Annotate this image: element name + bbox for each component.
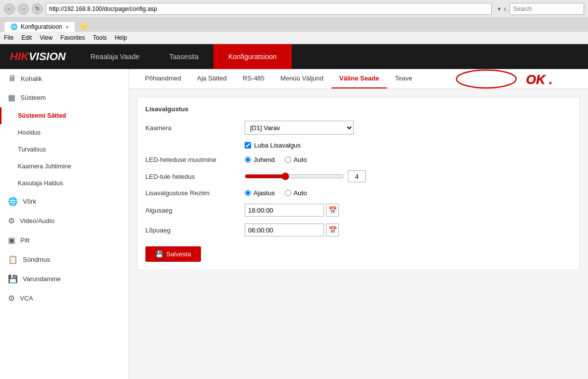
mode-option-auto-label: Auto [294, 189, 307, 197]
save-label: Salvesta [166, 250, 191, 258]
tab-pohiandmed[interactable]: Põhiandmed [137, 69, 189, 88]
browser-tab[interactable]: 🌐 Konfiguratsioon ✕ [4, 21, 75, 32]
sidebar-item-sundmus[interactable]: 📋 Sündmus [0, 250, 129, 269]
start-time-calendar-button[interactable]: 📅 [326, 204, 339, 217]
save-button[interactable]: 💾 Salvesta [145, 246, 201, 262]
mode-option-auto[interactable]: Auto [285, 189, 307, 197]
led-option-auto-label: Auto [294, 156, 307, 163]
sidebar-item-kasutaja-haldus[interactable]: Kasutaja Haldus [0, 175, 129, 192]
sidebar-item-vca[interactable]: ⚙ VCA [0, 289, 129, 308]
camera-label: Kaamera [145, 124, 245, 132]
address-bar[interactable] [46, 3, 492, 15]
form-row-start-time: Algusaeg 📅 [145, 204, 572, 217]
menu-view[interactable]: View [40, 34, 53, 41]
reziim-label: Lisavalgustuse Reziim [145, 189, 245, 197]
led-brightness-slider[interactable] [245, 172, 344, 180]
enable-checkbox[interactable] [245, 142, 251, 149]
app-header: HIK VISION Reaalaja Vaade Taasesita Konf… [0, 44, 588, 69]
led-brightness-control: 4 [245, 170, 366, 182]
backup-icon: 💾 [8, 274, 18, 284]
sidebar: 🖥 Kohalik ▦ Süsteem Süsteemi Sätted Hool… [0, 69, 129, 379]
sidebar-label-varundamine: Varundamine [23, 275, 61, 283]
sidebar-item-susteem[interactable]: ▦ Süsteem [0, 88, 129, 107]
sidebar-label-kasutaja-haldus: Kasutaja Haldus [18, 180, 63, 187]
image-icon: ▣ [8, 235, 15, 245]
browser-menubar: File Edit View Favorites Tools Help [0, 32, 588, 44]
tab-valine-seade[interactable]: Väline Seade [331, 69, 387, 88]
search-input[interactable] [510, 3, 584, 15]
tab-teave[interactable]: Teave [387, 69, 420, 88]
start-time-label: Algusaeg [145, 207, 245, 214]
form-row-camera: Kaamera [D1] Varav[D2] Kaamera 2 [145, 121, 572, 135]
sidebar-item-susteem-satted[interactable]: Süsteemi Sätted [0, 107, 129, 124]
sidebar-item-turvalisus[interactable]: Turvalisus [0, 141, 129, 158]
tab-menu-valjund[interactable]: Menüü Väljund [272, 69, 331, 88]
sidebar-item-kohalik[interactable]: 🖥 Kohalik [0, 69, 129, 88]
sidebar-label-vca: VCA [20, 295, 33, 302]
mode-option-ajastus-label: Ajastus [254, 189, 275, 197]
tab-rs485[interactable]: RS-485 [235, 69, 272, 88]
panel-lisavalgustus: Lisavalgustus Kaamera [D1] Varav[D2] Kaa… [137, 97, 580, 270]
led-brightness-value: 4 [348, 170, 366, 182]
nav-tab-playback[interactable]: Taasesita [154, 44, 213, 69]
sidebar-label-vork: Võrk [23, 198, 36, 205]
tab-favicon: 🌐 [10, 23, 18, 30]
menu-edit[interactable]: Edit [21, 34, 32, 41]
end-time-calendar-button[interactable]: 📅 [326, 224, 339, 236]
reziim-control: Ajastus Auto [245, 189, 307, 197]
monitor-icon: 🖥 [8, 74, 16, 83]
back-button[interactable]: ← [4, 3, 15, 14]
led-option-juhend[interactable]: Juhend [245, 156, 275, 163]
tab-aja-satted[interactable]: Aja Sätted [189, 69, 235, 88]
led-change-control: Juhend Auto [245, 156, 307, 163]
new-tab-button[interactable]: ⭐ [75, 21, 92, 32]
nav-tab-config[interactable]: Konfiguratsioon [213, 44, 291, 69]
video-audio-icon: ⚙ [8, 216, 15, 226]
enable-label: Luba Lisavalgus [254, 142, 301, 149]
sub-tabs-wrapper: Põhiandmed Aja Sätted RS-485 Menüü Välju… [129, 69, 588, 89]
sidebar-label-sundmus: Sündmus [23, 256, 50, 263]
menu-file[interactable]: File [4, 34, 13, 41]
app-nav-tabs: Reaalaja Vaade Taasesita Konfiguratsioon [75, 44, 291, 69]
sub-tabs: Põhiandmed Aja Sätted RS-485 Menüü Välju… [129, 69, 588, 89]
browser-tabs: 🌐 Konfiguratsioon ✕ ⭐ [0, 18, 588, 32]
menu-help[interactable]: Help [115, 34, 127, 41]
logo: HIK VISION [0, 50, 75, 63]
sidebar-label-turvalisus: Turvalisus [18, 146, 46, 153]
browser-chrome: ← → ↻ ▼ c 🌐 Konfiguratsioon ✕ ⭐ File Edi… [0, 0, 588, 44]
form-row-led-brightness: LED-tule heledus 4 [145, 170, 572, 182]
sidebar-label-video-audio: Video/Audio [20, 217, 55, 225]
tab-title: Konfiguratsioon [21, 23, 62, 30]
sidebar-item-kaamera-juhtimine[interactable]: Kaamera Juhtimine [0, 158, 129, 175]
end-time-input[interactable] [245, 224, 324, 236]
camera-select[interactable]: [D1] Varav[D2] Kaamera 2 [245, 121, 354, 135]
sidebar-item-pilt[interactable]: ▣ Pilt [0, 230, 129, 250]
browser-toolbar: ← → ↻ ▼ c [0, 0, 588, 18]
event-icon: 📋 [8, 255, 18, 264]
nav-tab-realtime[interactable]: Reaalaja Vaade [75, 44, 154, 69]
led-option-auto[interactable]: Auto [285, 156, 307, 163]
main-layout: 🖥 Kohalik ▦ Süsteem Süsteemi Sätted Hool… [0, 69, 588, 379]
content-area: Põhiandmed Aja Sätted RS-485 Menüü Välju… [129, 69, 588, 379]
sidebar-label-susteem: Süsteem [20, 94, 46, 101]
sidebar-label-pilt: Pilt [20, 236, 29, 244]
menu-tools[interactable]: Tools [93, 34, 107, 41]
sidebar-item-vork[interactable]: 🌐 Võrk [0, 192, 129, 211]
menu-favorites[interactable]: Favorites [61, 34, 85, 41]
start-time-control: 📅 [245, 204, 339, 217]
refresh-button[interactable]: ↻ [32, 3, 43, 14]
mode-option-ajastus[interactable]: Ajastus [245, 189, 275, 197]
form-row-reziim: Lisavalgustuse Reziim Ajastus Auto [145, 189, 572, 197]
tab-close-button[interactable]: ✕ [65, 24, 69, 30]
sidebar-item-video-audio[interactable]: ⚙ Video/Audio [0, 211, 129, 230]
enable-control: Luba Lisavalgus [245, 142, 301, 149]
system-icon: ▦ [8, 93, 15, 102]
sidebar-item-varundamine[interactable]: 💾 Varundamine [0, 269, 129, 289]
start-time-input[interactable] [245, 204, 324, 217]
forward-button[interactable]: → [18, 3, 29, 14]
form-row-led-change: LED-heleduse muutmine Juhend Auto [145, 156, 572, 163]
sidebar-item-hooldus[interactable]: Hooldus [0, 124, 129, 141]
end-time-label: Lõpuaeg [145, 227, 245, 234]
led-brightness-label: LED-tule heledus [145, 173, 245, 180]
led-change-label: LED-heleduse muutmine [145, 156, 245, 163]
